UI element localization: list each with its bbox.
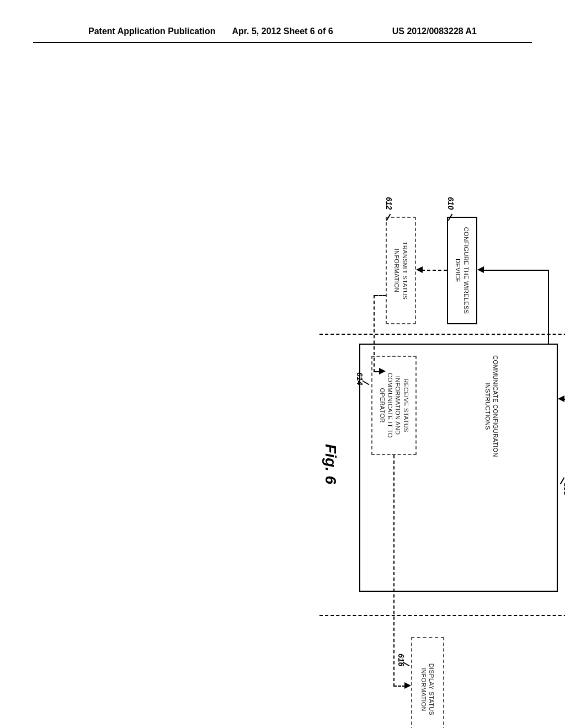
arrowhead-into-612 xyxy=(416,266,423,273)
header-right: US 2012/0083228 A1 xyxy=(347,26,477,36)
box-614: RECEIVE STATUS INFORMATION AND COMMUNICA… xyxy=(371,356,417,455)
ref-614: 614 xyxy=(355,372,364,385)
line-614-616-h xyxy=(393,455,395,687)
line-606-610-h xyxy=(548,270,549,344)
arrowhead-into-606 xyxy=(558,395,564,402)
box-606-text: COMMUNICATE CONFIGURATION INSTRUCTIONS xyxy=(449,345,535,468)
arrowhead-into-616 xyxy=(404,682,411,689)
line-614-616-v xyxy=(393,686,406,687)
figure-rotated-container: 600 WIRELESS DEVICE CONFIGURATION DEVICE… xyxy=(80,267,565,676)
box-616: DISPLAY STATUS INFORMATION xyxy=(411,637,444,728)
header-left: Patent Application Publication xyxy=(88,26,218,36)
line-606-610-v xyxy=(483,270,549,271)
figure-label: Fig. 6 xyxy=(322,444,339,484)
line-610-612 xyxy=(422,270,447,271)
line-612-614-h xyxy=(374,295,375,372)
ref-610: 610 xyxy=(446,197,455,210)
vline-1-dash xyxy=(319,334,565,335)
arrowhead-into-614 xyxy=(379,368,386,374)
ref-616: 616 xyxy=(397,654,406,666)
box-612: TRANSMIT STATUS INFORMATION xyxy=(386,217,416,324)
box-610: CONFIGURE THE WIRELESS DEVICE xyxy=(447,217,477,324)
line-612-614-v xyxy=(375,295,386,296)
vline-2-dash xyxy=(319,615,565,616)
flowchart-diagram: 600 WIRELESS DEVICE CONFIGURATION DEVICE… xyxy=(257,174,565,728)
ref-612: 612 xyxy=(385,197,393,210)
arrowhead-into-610 xyxy=(477,266,484,273)
header-center: Apr. 5, 2012 Sheet 6 of 6 xyxy=(218,26,348,36)
page-header: Patent Application Publication Apr. 5, 2… xyxy=(33,0,532,43)
ref-606: 606 xyxy=(562,483,565,495)
